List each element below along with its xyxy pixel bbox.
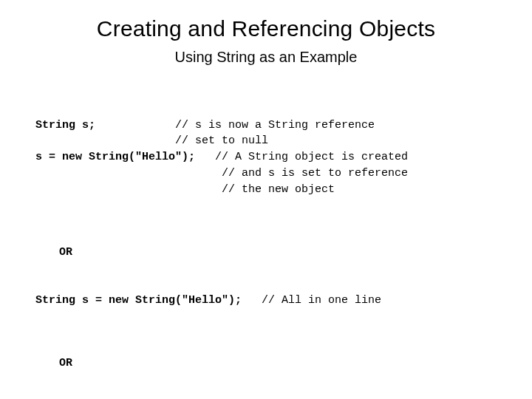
code-line: // A String object is created xyxy=(195,151,408,163)
code-line: // and s is set to reference xyxy=(35,167,408,180)
code-line: String s; xyxy=(35,119,95,132)
slide-title: Creating and Referencing Objects xyxy=(0,16,532,41)
or-block-1: OR xyxy=(59,245,497,261)
code-line: s = new String("Hello"); xyxy=(35,151,195,163)
code-block-1: String s; // s is now a String reference… xyxy=(35,117,497,198)
slide: Creating and Referencing Objects Using S… xyxy=(0,16,532,399)
or-label: OR xyxy=(59,355,497,372)
code-block-2: String s = new String("Hello"); // All i… xyxy=(35,293,497,309)
or-label: OR xyxy=(59,245,497,261)
code-line: // All in one line xyxy=(242,294,381,307)
code-content: String s; // s is now a String reference… xyxy=(35,85,497,399)
or-block-2: OR xyxy=(59,355,497,372)
code-line: // set to null xyxy=(35,134,268,147)
code-line: // the new object xyxy=(35,183,335,196)
slide-subtitle: Using String as an Example xyxy=(0,49,532,66)
code-line: // s is now a String reference xyxy=(95,119,375,132)
code-line: String s = new String("Hello"); xyxy=(35,294,242,307)
